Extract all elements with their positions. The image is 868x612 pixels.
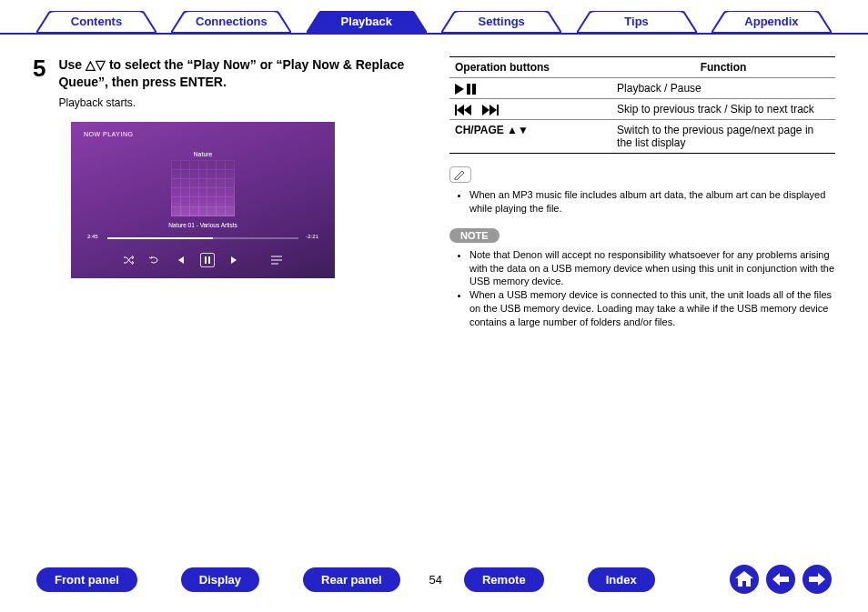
step-5: 5 Use △▽ to select the “Play Now” or “Pl… <box>33 56 424 109</box>
svg-rect-0 <box>205 256 207 264</box>
note-item: When a USB memory device is connected to… <box>469 288 835 329</box>
skip-icons <box>449 99 611 120</box>
svg-rect-1 <box>208 256 210 264</box>
index-button[interactable]: Index <box>588 567 655 592</box>
tab-appendix[interactable]: Appendix <box>712 11 832 33</box>
tab-label: Playback <box>341 15 392 28</box>
tab-label: Appendix <box>744 15 798 28</box>
tip-item: When an MP3 music file includes album ar… <box>469 188 835 216</box>
prev-track-icon <box>175 255 186 266</box>
tab-label: Connections <box>196 15 267 28</box>
page-content: 5 Use △▽ to select the “Play Now” or “Pl… <box>0 35 868 329</box>
prev-page-icon[interactable] <box>766 565 795 594</box>
track-info: Nature 01 - Various Artists <box>168 222 237 228</box>
now-playing-label: NOW PLAYING <box>84 131 133 137</box>
cell-function: Skip to previous track / Skip to next tr… <box>611 99 835 120</box>
svg-rect-3 <box>472 84 476 95</box>
tab-settings[interactable]: Settings <box>441 11 561 33</box>
queue-icon <box>271 255 282 266</box>
tip-list: When an MP3 music file includes album ar… <box>449 188 835 216</box>
left-column: 5 Use △▽ to select the “Play Now” or “Pl… <box>33 56 424 329</box>
step-number: 5 <box>33 56 45 109</box>
table-row: Skip to previous track / Skip to next tr… <box>449 99 835 120</box>
note-item: Note that Denon will accept no responsib… <box>469 248 835 289</box>
step-title: Use △▽ to select the “Play Now” or “Play… <box>58 56 424 91</box>
rear-panel-button[interactable]: Rear panel <box>303 567 399 592</box>
tab-tips[interactable]: Tips <box>577 11 697 33</box>
svg-rect-5 <box>497 105 499 115</box>
th-function: Function <box>611 57 835 78</box>
repeat-icon <box>149 255 160 266</box>
bottom-nav: Front panel Display Rear panel 54 Remote… <box>0 565 868 594</box>
remote-button[interactable]: Remote <box>464 567 544 592</box>
note-badge: NOTE <box>449 228 500 243</box>
tab-contents[interactable]: Contents <box>36 11 156 33</box>
now-playing-screenshot: NOW PLAYING Nature Nature 01 - Various A… <box>71 122 335 278</box>
progress-bar <box>107 237 298 239</box>
tab-playback[interactable]: Playback <box>307 11 427 33</box>
th-operation: Operation buttons <box>449 57 611 78</box>
tab-label: Contents <box>71 15 122 28</box>
time-remaining: -2:21 <box>306 234 318 239</box>
shuffle-icon <box>124 255 135 266</box>
next-track-icon <box>229 255 240 266</box>
svg-rect-2 <box>467 84 470 95</box>
cell-function: Playback / Pause <box>611 78 835 99</box>
right-column: Operation buttons Function Playback / Pa… <box>449 56 835 329</box>
pause-icon <box>200 253 215 267</box>
top-tab-bar: Contents Connections Playback Settings T… <box>0 0 868 35</box>
svg-rect-4 <box>455 105 457 115</box>
tab-connections[interactable]: Connections <box>171 11 291 33</box>
tip-icon <box>449 166 471 183</box>
step-subtitle: Playback starts. <box>58 96 424 109</box>
tab-label: Settings <box>479 15 525 28</box>
chpage-label: CH/PAGE ▲▼ <box>449 120 611 154</box>
table-row: Playback / Pause <box>449 78 835 99</box>
operation-table: Operation buttons Function Playback / Pa… <box>449 56 835 154</box>
table-row: CH/PAGE ▲▼ Switch to the previous page/n… <box>449 120 835 154</box>
tab-label: Tips <box>624 15 649 28</box>
next-page-icon[interactable] <box>802 565 832 594</box>
home-icon[interactable] <box>730 565 759 594</box>
player-controls <box>71 253 335 267</box>
display-button[interactable]: Display <box>181 567 259 592</box>
note-list: Note that Denon will accept no responsib… <box>449 248 835 329</box>
front-panel-button[interactable]: Front panel <box>36 567 137 592</box>
play-pause-icon <box>449 78 611 99</box>
page-number: 54 <box>429 573 442 587</box>
album-art <box>171 160 235 216</box>
time-elapsed: 2:45 <box>87 234 98 239</box>
cell-function: Switch to the previous page/next page in… <box>611 120 835 154</box>
album-title: Nature <box>193 151 212 157</box>
